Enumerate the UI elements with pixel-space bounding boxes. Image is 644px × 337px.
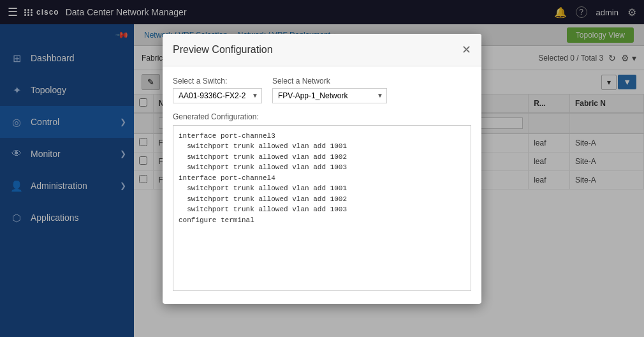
network-form-group: Select a Network FPV-App-1_Network ▼	[272, 77, 387, 103]
switch-select[interactable]: AA01-9336C-FX2-2	[173, 88, 262, 103]
network-label: Select a Network	[272, 77, 387, 86]
modal-header: Preview Configuration ✕	[163, 34, 481, 66]
network-select-wrapper: FPV-App-1_Network ▼	[272, 88, 387, 103]
network-select[interactable]: FPV-App-1_Network	[272, 88, 387, 103]
config-label: Generated Configuration:	[173, 112, 471, 121]
switch-label: Select a Switch:	[173, 77, 262, 86]
config-textarea[interactable]	[173, 125, 471, 291]
preview-config-modal: Preview Configuration ✕ Select a Switch:…	[163, 34, 481, 304]
modal-overlay: Preview Configuration ✕ Select a Switch:…	[0, 0, 644, 337]
switch-form-group: Select a Switch: AA01-9336C-FX2-2 ▼	[173, 77, 262, 103]
switch-select-wrapper: AA01-9336C-FX2-2 ▼	[173, 88, 262, 103]
modal-form-row: Select a Switch: AA01-9336C-FX2-2 ▼ Sele…	[173, 77, 471, 103]
modal-close-button[interactable]: ✕	[462, 43, 471, 57]
modal-title: Preview Configuration	[173, 44, 273, 56]
modal-body: Select a Switch: AA01-9336C-FX2-2 ▼ Sele…	[163, 66, 481, 304]
